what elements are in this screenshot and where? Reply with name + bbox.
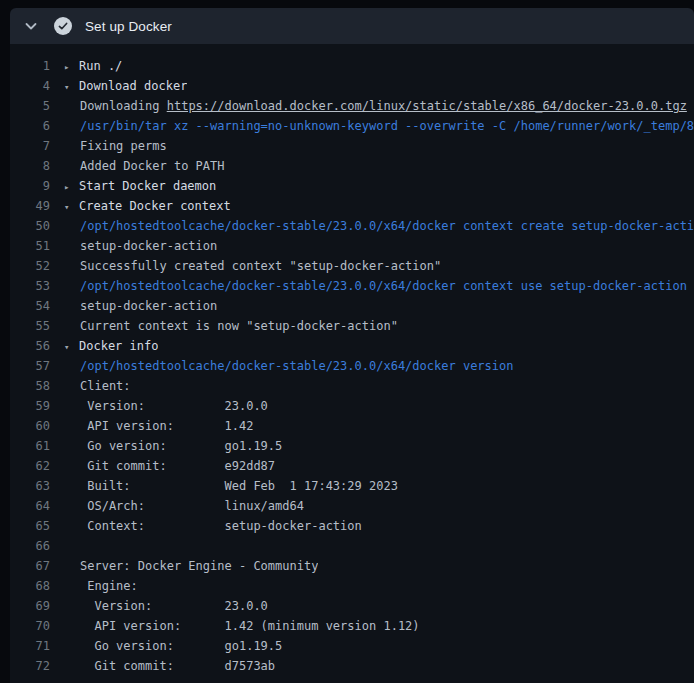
line-content: Git commit: e92dd87: [50, 459, 275, 473]
log-group-line[interactable]: 49▾Create Docker context: [10, 196, 694, 216]
group-collapsed-icon[interactable]: ▸: [64, 182, 73, 192]
line-number[interactable]: 54: [10, 299, 50, 313]
line-content: Client:: [50, 379, 131, 393]
line-content: Version: 23.0.0: [50, 399, 268, 413]
line-number[interactable]: 49: [10, 199, 50, 213]
log-line: 51setup-docker-action: [10, 236, 694, 256]
line-number[interactable]: 70: [10, 619, 50, 633]
chevron-down-icon[interactable]: [20, 15, 42, 37]
line-number[interactable]: 8: [10, 159, 50, 173]
line-number[interactable]: 56: [10, 339, 50, 353]
line-number[interactable]: 63: [10, 479, 50, 493]
log-link[interactable]: https://download.docker.com/linux/static…: [167, 99, 687, 113]
log-line: 67Server: Docker Engine - Community: [10, 556, 694, 576]
log-group-line[interactable]: 9▸Start Docker daemon: [10, 176, 694, 196]
group-expanded-icon[interactable]: ▾: [64, 202, 73, 212]
line-content: Context: setup-docker-action: [50, 519, 362, 533]
line-content: /usr/bin/tar xz --warning=no-unknown-key…: [50, 119, 694, 133]
line-content: Version: 23.0.0: [50, 599, 268, 613]
line-number[interactable]: 60: [10, 419, 50, 433]
group-label[interactable]: Run ./: [79, 59, 122, 73]
line-number[interactable]: 67: [10, 559, 50, 573]
line-content: Successfully created context "setup-dock…: [50, 259, 441, 273]
line-number[interactable]: 1: [10, 59, 50, 73]
line-content: Engine:: [50, 579, 138, 593]
group-collapsed-icon[interactable]: ▸: [64, 62, 73, 72]
line-number[interactable]: 62: [10, 459, 50, 473]
line-number[interactable]: 55: [10, 319, 50, 333]
line-number[interactable]: 72: [10, 659, 50, 673]
log-group-line[interactable]: 1▸Run ./: [10, 56, 694, 76]
log-line: 53/opt/hostedtoolcache/docker-stable/23.…: [10, 276, 694, 296]
step-log-panel: Set up Docker 1▸Run ./4▾Download docker5…: [10, 8, 694, 683]
line-content: API version: 1.42: [50, 419, 253, 433]
line-number[interactable]: 59: [10, 399, 50, 413]
line-number[interactable]: 6: [10, 119, 50, 133]
log-line: 69 Version: 23.0.0: [10, 596, 694, 616]
group-label[interactable]: Docker info: [79, 339, 158, 353]
log-line: 58Client:: [10, 376, 694, 396]
log-line: 6/usr/bin/tar xz --warning=no-unknown-ke…: [10, 116, 694, 136]
log-line: 66: [10, 536, 694, 556]
line-content: Fixing perms: [50, 139, 167, 153]
log-line: 57/opt/hostedtoolcache/docker-stable/23.…: [10, 356, 694, 376]
line-content: Go version: go1.19.5: [50, 639, 282, 653]
check-circle-icon: [54, 17, 72, 35]
log-body: 1▸Run ./4▾Download docker5Downloading ht…: [10, 44, 694, 683]
log-line: 72 Git commit: d7573ab: [10, 656, 694, 676]
log-line: 62 Git commit: e92dd87: [10, 456, 694, 476]
log-line: 71 Go version: go1.19.5: [10, 636, 694, 656]
log-line: 64 OS/Arch: linux/amd64: [10, 496, 694, 516]
line-number[interactable]: 57: [10, 359, 50, 373]
group-expanded-icon[interactable]: ▾: [64, 82, 73, 92]
log-line: 5Downloading https://download.docker.com…: [10, 96, 694, 116]
line-number[interactable]: 66: [10, 539, 50, 553]
line-content: setup-docker-action: [50, 239, 217, 253]
log-line: 65 Context: setup-docker-action: [10, 516, 694, 536]
line-number[interactable]: 61: [10, 439, 50, 453]
line-content: Current context is now "setup-docker-act…: [50, 319, 398, 333]
line-number[interactable]: 5: [10, 99, 50, 113]
line-content: /opt/hostedtoolcache/docker-stable/23.0.…: [50, 359, 513, 373]
step-header[interactable]: Set up Docker: [10, 8, 694, 44]
log-group-line[interactable]: 56▾Docker info: [10, 336, 694, 356]
line-number[interactable]: 71: [10, 639, 50, 653]
line-number[interactable]: 4: [10, 79, 50, 93]
line-number[interactable]: 69: [10, 599, 50, 613]
group-expanded-icon[interactable]: ▾: [64, 342, 73, 352]
line-number[interactable]: 65: [10, 519, 50, 533]
line-content: ▸Start Docker daemon: [50, 179, 216, 193]
group-label[interactable]: Start Docker daemon: [79, 179, 216, 193]
line-number[interactable]: 64: [10, 499, 50, 513]
line-content: Server: Docker Engine - Community: [50, 559, 318, 573]
line-number[interactable]: 7: [10, 139, 50, 153]
log-line: 54setup-docker-action: [10, 296, 694, 316]
group-label[interactable]: Create Docker context: [79, 199, 231, 213]
line-content: Downloading https://download.docker.com/…: [50, 99, 687, 113]
log-line: 59 Version: 23.0.0: [10, 396, 694, 416]
line-content: API version: 1.42 (minimum version 1.12): [50, 619, 420, 633]
line-content: ▾Create Docker context: [50, 199, 231, 213]
line-number[interactable]: 51: [10, 239, 50, 253]
line-number[interactable]: 9: [10, 179, 50, 193]
line-content: Built: Wed Feb 1 17:43:29 2023: [50, 479, 398, 493]
line-content: ▾Download docker: [50, 79, 187, 93]
group-label[interactable]: Download docker: [79, 79, 187, 93]
line-content: setup-docker-action: [50, 299, 217, 313]
log-line: 8Added Docker to PATH: [10, 156, 694, 176]
log-line: 55Current context is now "setup-docker-a…: [10, 316, 694, 336]
line-content: Added Docker to PATH: [50, 159, 225, 173]
line-number[interactable]: 53: [10, 279, 50, 293]
log-line: 63 Built: Wed Feb 1 17:43:29 2023: [10, 476, 694, 496]
line-content: OS/Arch: linux/amd64: [50, 499, 304, 513]
line-number[interactable]: 68: [10, 579, 50, 593]
line-number[interactable]: 58: [10, 379, 50, 393]
log-line: 7Fixing perms: [10, 136, 694, 156]
line-number[interactable]: 50: [10, 219, 50, 233]
log-line: 61 Go version: go1.19.5: [10, 436, 694, 456]
log-line: 68 Engine:: [10, 576, 694, 596]
line-content: /opt/hostedtoolcache/docker-stable/23.0.…: [50, 219, 694, 233]
line-number[interactable]: 52: [10, 259, 50, 273]
line-content: ▾Docker info: [50, 339, 158, 353]
log-group-line[interactable]: 4▾Download docker: [10, 76, 694, 96]
